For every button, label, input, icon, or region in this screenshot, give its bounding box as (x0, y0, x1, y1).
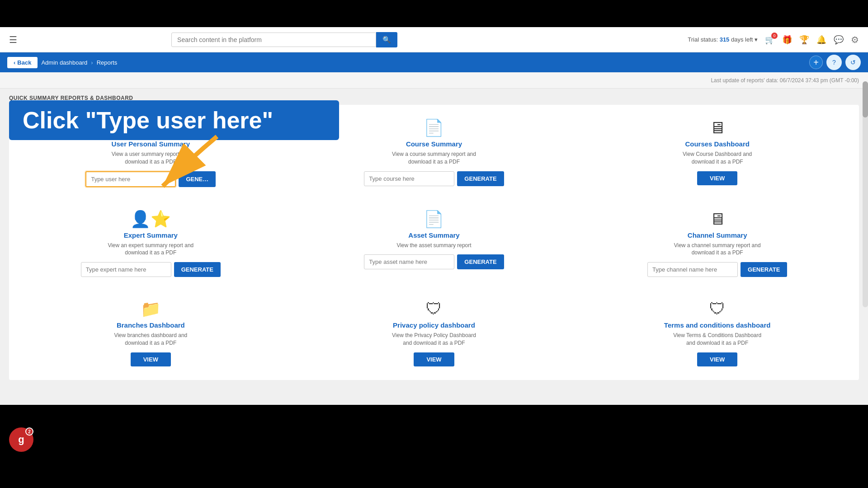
card-course-summary: 📄 Course Summary View a course summary r… (302, 114, 567, 192)
card-desc-expert: View an expert summary report anddownloa… (108, 242, 193, 257)
cart-icon[interactable]: 🛒 0 (765, 35, 775, 45)
card-desc-terms: View Terms & Conditions Dashboardand dow… (673, 332, 761, 347)
card-channel-summary: 🖥 Channel Summary View a channel summary… (585, 205, 850, 282)
terms-shield-icon: 🛡 (709, 300, 726, 319)
card-user-personal-summary: 👤 User Personal Summary View a user summ… (18, 114, 283, 192)
header-right: Trial status: 315 days left ▾ 🛒 0 🎁 🏆 🔔 … (688, 34, 859, 45)
card-input-row-branches: VIEW (23, 352, 279, 366)
hamburger-icon[interactable]: ☰ (9, 34, 17, 45)
back-button[interactable]: ‹ Back (7, 57, 38, 68)
expert-icon: 👤⭐ (130, 210, 171, 229)
header: ☰ 🔍 Trial status: 315 days left ▾ 🛒 0 🎁 … (0, 27, 868, 52)
card-title-course: Course Summary (406, 140, 462, 148)
trial-days: 315 (720, 36, 730, 43)
cards-area: Click "Type user here" 👤 User Personal S… (9, 105, 859, 380)
breadcrumb-bar: ‹ Back Admin dashboard › Reports + ? ↺ (0, 52, 868, 72)
search-input[interactable] (171, 33, 376, 47)
monitor-icon: 🖥 (709, 118, 726, 137)
top-black-bar (0, 0, 868, 27)
card-title-expert: Expert Summary (124, 231, 178, 239)
card-input-row-channel: GENERATE (589, 262, 845, 277)
card-input-row-courses-dashboard: VIEW (589, 171, 845, 185)
add-button[interactable]: + (809, 56, 823, 69)
search-box: 🔍 (171, 32, 397, 47)
cards-grid: 👤 User Personal Summary View a user summ… (18, 114, 850, 371)
trial-status: Trial status: 315 days left ▾ (688, 36, 758, 43)
last-update-label: Last update of reports' data: 06/7/2024 … (711, 77, 859, 84)
card-terms-conditions: 🛡 Terms and conditions dashboard View Te… (585, 295, 850, 371)
card-input-row-asset: GENERATE (306, 254, 562, 269)
card-title-courses-dashboard: Courses Dashboard (685, 140, 750, 148)
scrollbar-thumb[interactable] (863, 81, 868, 117)
expert-input[interactable] (81, 262, 171, 277)
card-desc-course: View a course summary report anddownload… (392, 150, 476, 166)
card-branches-dashboard: 📁 Branches Dashboard View branches dashb… (18, 295, 283, 371)
card-input-row-expert: GENERATE (23, 262, 279, 277)
card-asset-summary: 📄 Asset Summary View the asset summary r… (302, 205, 567, 282)
generate-channel-button[interactable]: GENERATE (741, 262, 787, 277)
card-desc-branches: View branches dashboard anddownload it a… (114, 332, 187, 347)
section-title: QUICK SUMMARY REPORTS & DASHBOARD (0, 89, 868, 105)
card-desc-user: View a user summary report anddownload i… (112, 150, 190, 166)
privacy-shield-icon: 🛡 (426, 300, 442, 319)
asset-document-icon: 📄 (424, 210, 444, 229)
avatar-notification: 2 (25, 427, 33, 436)
generate-course-button[interactable]: GENERATE (457, 171, 504, 186)
card-desc-asset: View the asset summary report (396, 242, 471, 249)
cart-badge: 0 (771, 33, 778, 39)
view-privacy-button[interactable]: VIEW (414, 352, 454, 366)
card-title-channel: Channel Summary (688, 231, 747, 239)
main-content: QUICK SUMMARY REPORTS & DASHBOARD Click … (0, 89, 868, 405)
avatar-badge[interactable]: g 2 (9, 427, 33, 452)
card-courses-dashboard: 🖥 Courses Dashboard View Course Dashboar… (585, 114, 850, 192)
card-input-row-privacy: VIEW (306, 352, 562, 366)
channel-input[interactable] (647, 262, 738, 277)
gift-icon[interactable]: 🎁 (782, 35, 792, 45)
reports-crumb[interactable]: Reports (97, 59, 118, 66)
trophy-icon[interactable]: 🏆 (799, 35, 809, 45)
bell-icon[interactable]: 🔔 (816, 35, 826, 45)
view-terms-button[interactable]: VIEW (697, 352, 737, 366)
view-branches-button[interactable]: VIEW (131, 352, 171, 366)
card-title-privacy: Privacy policy dashboard (393, 321, 475, 329)
search-button[interactable]: 🔍 (376, 32, 397, 47)
help-button[interactable]: ? (826, 55, 842, 70)
breadcrumb-circle-buttons: ? ↺ (826, 55, 861, 70)
card-desc-privacy: View the Privacy Policy Dashboardand dow… (392, 332, 476, 347)
refresh-button[interactable]: ↺ (845, 55, 861, 70)
generate-expert-button[interactable]: GENERATE (174, 262, 221, 277)
info-bar: Last update of reports' data: 06/7/2024 … (0, 72, 868, 89)
card-title-asset: Asset Summary (408, 231, 459, 239)
course-document-icon: 📄 (424, 118, 444, 137)
user-input[interactable] (85, 171, 176, 187)
chat-icon[interactable]: 💬 (834, 35, 844, 45)
generate-user-button[interactable]: GENE… (179, 171, 216, 187)
admin-dashboard-crumb[interactable]: Admin dashboard (41, 59, 87, 66)
folder-icon: 📁 (141, 300, 161, 319)
card-title-user: User Personal Summary (112, 140, 190, 148)
asset-input[interactable] (364, 254, 454, 269)
breadcrumb-separator: › (91, 59, 93, 66)
view-courses-dashboard-button[interactable]: VIEW (697, 171, 737, 185)
channel-monitor-icon: 🖥 (709, 210, 726, 229)
card-privacy-policy: 🛡 Privacy policy dashboard View the Priv… (302, 295, 567, 371)
card-input-row-user: GENE… (23, 171, 279, 187)
bottom-black-bar (0, 405, 868, 432)
card-expert-summary: 👤⭐ Expert Summary View an expert summary… (18, 205, 283, 282)
card-desc-courses-dashboard: View Course Dashboard anddownload it as … (683, 150, 752, 166)
avatar-letter: g (18, 434, 24, 446)
scrollbar[interactable] (863, 81, 868, 307)
card-input-row-course: GENERATE (306, 171, 562, 186)
generate-asset-button[interactable]: GENERATE (457, 254, 504, 269)
card-title-branches: Branches Dashboard (117, 321, 185, 329)
card-input-row-terms: VIEW (589, 352, 845, 366)
course-input[interactable] (364, 171, 454, 186)
card-desc-channel: View a channel summary report anddownloa… (674, 242, 761, 257)
card-title-terms: Terms and conditions dashboard (664, 321, 771, 329)
settings-icon[interactable]: ⚙ (851, 34, 859, 45)
person-icon: 👤 (141, 118, 161, 137)
